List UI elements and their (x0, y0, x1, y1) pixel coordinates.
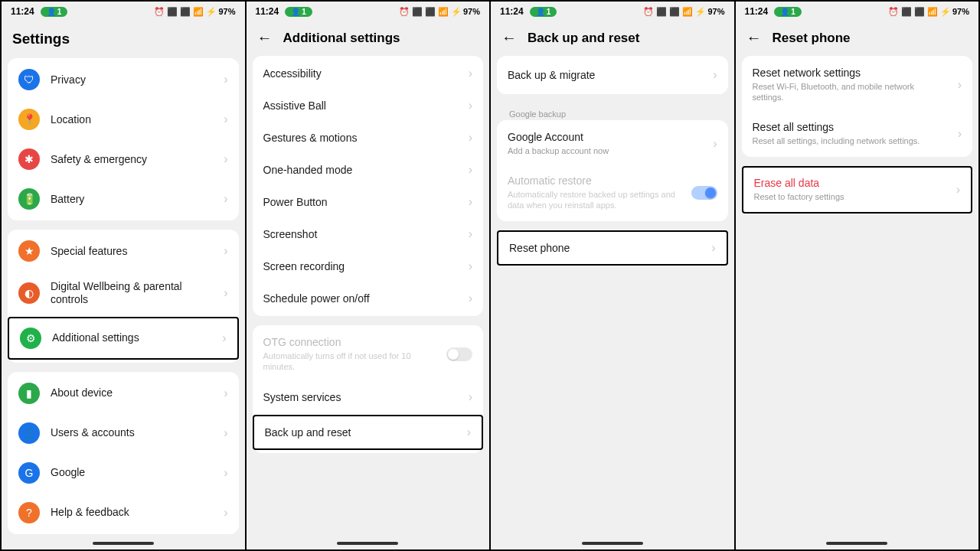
status-bar: 11:24 👤 1 ⏰ ⬛ ⬛ 📶 ⚡97% (247, 2, 490, 20)
chevron-right-icon: › (224, 192, 227, 206)
chevron-right-icon: › (224, 112, 227, 126)
status-icons: ⏰ ⬛ ⬛ 📶 ⚡97% (399, 7, 480, 17)
row-automatic-restore: Automatic restore Automatically restore … (497, 165, 728, 220)
additional-settings-screen: 11:24 👤 1 ⏰ ⬛ ⬛ 📶 ⚡97% ← Additional sett… (247, 2, 490, 549)
nav-handle[interactable] (582, 542, 643, 545)
help-icon: ? (18, 502, 40, 523)
row-backup-migrate[interactable]: Back up & migrate› (497, 57, 728, 93)
back-button[interactable]: ← (501, 29, 517, 47)
row-assistive-ball[interactable]: Assistive Ball› (253, 90, 484, 122)
back-button[interactable]: ← (257, 29, 273, 47)
page-header: ← Additional settings (247, 20, 490, 56)
notification-badge: 👤 1 (285, 7, 312, 17)
asterisk-icon: ✱ (18, 148, 40, 170)
settings-row-location[interactable]: 📍 Location › (8, 99, 239, 139)
row-reset-all[interactable]: Reset all settings Reset all settings, i… (742, 112, 973, 155)
chevron-right-icon: › (224, 244, 227, 258)
chevron-right-icon: › (224, 386, 227, 400)
settings-row-special[interactable]: ★ Special features › (8, 231, 239, 271)
settings-row-google[interactable]: G Google › (8, 453, 239, 493)
status-icons: ⏰ ⬛ ⬛ 📶 ⚡97% (154, 7, 235, 17)
chevron-right-icon: › (224, 466, 227, 480)
row-reset-network[interactable]: Reset network settings Reset Wi-Fi, Blue… (742, 57, 973, 112)
google-icon: G (18, 462, 40, 484)
chevron-right-icon: › (956, 183, 960, 197)
settings-row-users[interactable]: 👤 Users & accounts › (8, 413, 239, 453)
chevron-right-icon: › (469, 67, 472, 80)
chevron-right-icon: › (713, 137, 717, 151)
chevron-right-icon: › (469, 390, 472, 404)
chevron-right-icon: › (224, 73, 227, 86)
row-schedule-power[interactable]: Schedule power on/off› (253, 282, 484, 315)
google-backup-section-label: Google backup (497, 103, 728, 120)
page-header: ← Reset phone (736, 20, 979, 56)
star-icon: ★ (18, 240, 40, 262)
chevron-right-icon: › (469, 195, 472, 209)
status-time: 11:24 (500, 6, 524, 17)
status-time: 11:24 (11, 6, 34, 17)
status-time: 11:24 (256, 6, 279, 17)
chevron-right-icon: › (222, 331, 226, 345)
settings-row-about[interactable]: ▮ About device › (8, 373, 239, 413)
row-accessibility[interactable]: Accessibility› (253, 57, 484, 90)
chevron-right-icon: › (467, 425, 471, 439)
row-google-account[interactable]: Google Account Add a backup account now … (497, 122, 728, 165)
backup-reset-screen: 11:24 👤 1 ⏰ ⬛ ⬛ 📶 ⚡97% ← Back up and res… (491, 2, 734, 549)
row-one-handed[interactable]: One-handed mode› (253, 154, 484, 186)
chevron-right-icon: › (224, 286, 227, 300)
row-backup-reset-highlighted[interactable]: Back up and reset› (253, 415, 484, 450)
chevron-right-icon: › (224, 426, 227, 440)
page-title: Additional settings (283, 31, 400, 46)
gear-icon: ⚙ (20, 328, 41, 349)
notification-badge: 👤 1 (774, 7, 802, 17)
reset-phone-screen: 11:24 👤 1 ⏰ ⬛ ⬛ 📶 ⚡97% ← Reset phone Res… (736, 2, 979, 549)
user-icon: 👤 (18, 422, 40, 444)
page-header: ← Back up and reset (491, 20, 734, 56)
chevron-right-icon: › (958, 78, 962, 92)
chevron-right-icon: › (469, 259, 472, 273)
settings-row-safety[interactable]: ✱ Safety & emergency › (8, 139, 239, 179)
settings-screen: 11:24 👤 1 ⏰ ⬛ ⬛ 📶 ⚡97% Settings 🛡 Privac… (2, 2, 245, 549)
pin-icon: 📍 (18, 109, 40, 130)
chevron-right-icon: › (469, 131, 472, 145)
otg-toggle[interactable] (446, 347, 472, 361)
chevron-right-icon: › (469, 227, 472, 241)
phone-icon: ▮ (18, 383, 40, 404)
settings-row-help[interactable]: ? Help & feedback › (8, 493, 239, 533)
row-screen-recording[interactable]: Screen recording› (253, 250, 484, 282)
status-time: 11:24 (745, 6, 769, 17)
chevron-right-icon: › (469, 163, 472, 177)
settings-row-additional-highlighted[interactable]: ⚙ Additional settings › (8, 317, 239, 360)
chevron-right-icon: › (958, 127, 962, 141)
page-title: Settings (2, 20, 245, 58)
page-title: Back up and reset (528, 31, 639, 46)
back-button[interactable]: ← (746, 29, 762, 47)
notification-badge: 👤 1 (41, 7, 68, 17)
chevron-right-icon: › (224, 152, 227, 166)
status-bar: 11:24 👤 1 ⏰ ⬛ ⬛ 📶 ⚡97% (491, 2, 734, 20)
status-bar: 11:24 👤 1 ⏰ ⬛ ⬛ 📶 ⚡97% (736, 2, 979, 20)
settings-row-battery[interactable]: 🔋 Battery › (8, 179, 239, 219)
status-icons: ⏰ ⬛ ⬛ 📶 ⚡97% (888, 7, 969, 17)
chevron-right-icon: › (711, 241, 715, 255)
chevron-right-icon: › (713, 68, 717, 82)
shield-icon: 🛡 (18, 69, 40, 90)
page-title: Reset phone (773, 31, 851, 46)
row-reset-phone-highlighted[interactable]: Reset phone› (497, 230, 728, 266)
settings-row-wellbeing[interactable]: ◐ Digital Wellbeing & parental controls … (8, 271, 239, 315)
row-system-services[interactable]: System services› (253, 381, 484, 413)
row-gestures[interactable]: Gestures & motions› (253, 122, 484, 154)
nav-handle[interactable] (826, 542, 887, 545)
auto-restore-toggle (691, 186, 717, 200)
row-power-button[interactable]: Power Button› (253, 186, 484, 218)
chevron-right-icon: › (469, 292, 472, 305)
status-bar: 11:24 👤 1 ⏰ ⬛ ⬛ 📶 ⚡97% (2, 2, 245, 20)
row-screenshot[interactable]: Screenshot› (253, 218, 484, 250)
settings-row-privacy[interactable]: 🛡 Privacy › (8, 60, 239, 99)
balance-icon: ◐ (18, 282, 40, 304)
battery-icon: 🔋 (18, 188, 40, 210)
row-erase-all-highlighted[interactable]: Erase all data Reset to factory settings… (742, 166, 973, 213)
nav-handle[interactable] (93, 542, 154, 545)
row-otg[interactable]: OTG connection Automatically turns off i… (253, 327, 484, 381)
nav-handle[interactable] (337, 542, 398, 545)
